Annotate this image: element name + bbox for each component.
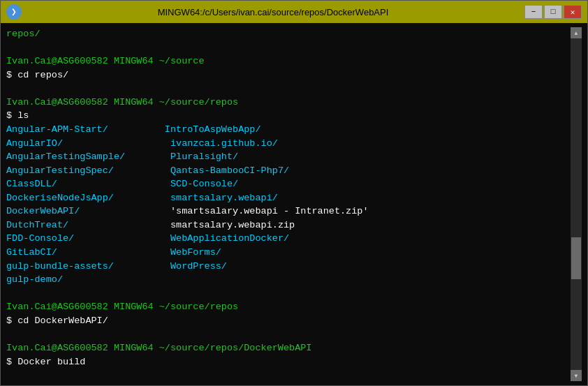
- scrollbar-track[interactable]: [571, 38, 582, 370]
- scroll-down-button[interactable]: ▼: [571, 370, 582, 381]
- prompt-3: Ivan.Cai@ASG600582 MINGW64 ~/source/repo…: [6, 300, 571, 314]
- line-blank-2: [6, 82, 571, 96]
- window-title: MINGW64:/c/Users/ivan.cai/source/repos/D…: [22, 7, 524, 17]
- prompt-2: Ivan.Cai@ASG600582 MINGW64 ~/source/repo…: [6, 96, 571, 110]
- ls-row-6: DockeriseNodeJsApp/ smartsalary.webapi/: [6, 191, 571, 205]
- ls-row-9: FDD-Console/ WebApplicationDocker/: [6, 232, 571, 246]
- prompt-1: Ivan.Cai@ASG600582 MINGW64 ~/source: [6, 54, 571, 68]
- cmd-1: $ cd repos/: [6, 68, 571, 82]
- line-blank-1: [6, 41, 571, 55]
- scrollbar[interactable]: ▲ ▼: [571, 27, 582, 381]
- ls-row-8: DutchTreat/ smartsalary.webapi.zip: [6, 218, 571, 232]
- cmd-2: $ ls: [6, 109, 571, 123]
- terminal-body[interactable]: repos/ Ivan.Cai@ASG600582 MINGW64 ~/sour…: [1, 23, 587, 385]
- line-repos: repos/: [6, 27, 571, 41]
- titlebar: ❯ MINGW64:/c/Users/ivan.cai/source/repos…: [1, 1, 587, 23]
- ls-row-10: GitLabCI/ WebForms/: [6, 246, 571, 260]
- ls-row-7: DockerWebAPI/ 'smartsalary.webapi - Intr…: [6, 205, 571, 218]
- ls-row-12: gulp-demo/: [6, 273, 571, 287]
- maximize-button[interactable]: □: [544, 5, 562, 19]
- line-blank-4: [6, 327, 571, 341]
- minimize-button[interactable]: −: [524, 5, 543, 19]
- ls-row-1: Angular-APM-Start/ IntroToAspWebApp/: [6, 123, 571, 137]
- window-controls: − □ ✕: [524, 5, 582, 19]
- ls-row-11: gulp-bundle-assets/ WordPress/: [6, 260, 571, 274]
- ls-row-3: AngularTestingSample/ Pluralsight/: [6, 150, 571, 164]
- scroll-up-button[interactable]: ▲: [571, 27, 582, 38]
- terminal-window: ❯ MINGW64:/c/Users/ivan.cai/source/repos…: [0, 0, 588, 386]
- close-button[interactable]: ✕: [564, 5, 582, 19]
- scrollbar-thumb[interactable]: [571, 237, 581, 279]
- cmd-active: $ Docker build: [6, 355, 571, 369]
- cmd-3: $ cd DockerWebAPI/: [6, 314, 571, 328]
- app-icon: ❯: [6, 4, 22, 20]
- terminal-content: repos/ Ivan.Cai@ASG600582 MINGW64 ~/sour…: [6, 27, 571, 381]
- prompt-4: Ivan.Cai@ASG600582 MINGW64 ~/source/repo…: [6, 341, 571, 355]
- ls-row-4: AngularTestingSpec/ Qantas-BambooCI-Php7…: [6, 164, 571, 178]
- ls-row-2: AngularIO/ ivanzcai.github.io/: [6, 137, 571, 151]
- line-blank-3: [6, 287, 571, 301]
- ls-row-5: ClassDLL/ SCD-Console/: [6, 177, 571, 191]
